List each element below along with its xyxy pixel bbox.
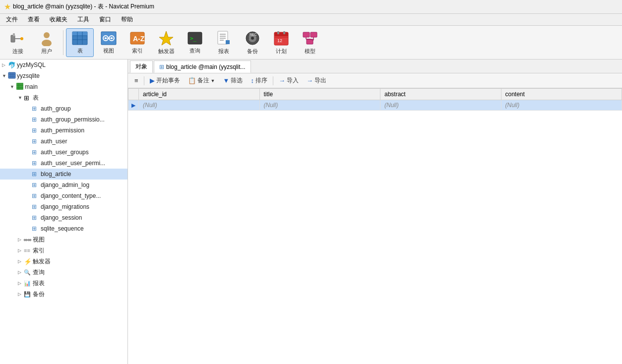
sidebar-item-django-migrations[interactable]: ⊞ django_migrations [0, 201, 127, 212]
auth-user-label: auth_user [41, 138, 67, 145]
tables-label: 表 [33, 94, 39, 102]
menu-tools[interactable]: 工具 [73, 14, 93, 25]
col-article-id[interactable]: article_id [139, 89, 260, 100]
toolbar-user-btn[interactable]: 用户 [33, 28, 61, 57]
indexes-label: 索引 [33, 246, 45, 255]
toolbar-report-btn[interactable]: 报表 [210, 28, 238, 57]
svg-marker-20 [159, 31, 173, 45]
sidebar-item-auth-user-groups[interactable]: ⊞ auth_user_groups [0, 147, 127, 158]
import-icon: → [279, 77, 285, 84]
sidebar-item-auth-user-perm[interactable]: ⊞ auth_user_user_permi... [0, 158, 127, 169]
tab-objects[interactable]: 对象 [130, 61, 153, 73]
sidebar-item-sqlite-sequence[interactable]: ⊞ sqlite_sequence [0, 223, 127, 234]
sidebar-item-triggers-folder[interactable]: ▷ ⚡ 触发器 [0, 256, 127, 267]
tab-data[interactable]: ⊞ blog_article @main (yyzsqlit... [154, 61, 251, 73]
table-icon-10: ⊞ [32, 203, 41, 210]
toolbar-schedule-btn[interactable]: 12 计划 [267, 28, 295, 57]
view-icon [101, 31, 117, 46]
triggers-arrow-icon: ▷ [18, 259, 24, 264]
menu-help[interactable]: 帮助 [117, 14, 137, 25]
model-icon [302, 30, 318, 46]
toolbar-model-btn[interactable]: 模型 [296, 28, 324, 57]
cell-content[interactable]: (Null) [501, 100, 622, 111]
main-arrow-icon: ▼ [10, 84, 16, 89]
sidebar-item-auth-group-perm[interactable]: ⊞ auth_group_permissio... [0, 114, 127, 125]
toolbar-index-btn[interactable]: A-Z 索引 [124, 28, 151, 57]
col-abstract[interactable]: abstract [380, 89, 501, 100]
cell-article-id[interactable]: (Null) [139, 100, 260, 111]
sidebar-item-blog-article[interactable]: ⊞ blog_article [0, 169, 127, 180]
filter-btn[interactable]: ▼ 筛选 [220, 75, 247, 86]
schedule-icon: 12 [273, 30, 289, 46]
toolbar-index-label: 索引 [132, 47, 143, 55]
sidebar-item-yyzsqlite[interactable]: ▼ yyzsqlite [0, 70, 127, 81]
menu-favorites[interactable]: 收藏夹 [46, 14, 71, 25]
sort-label: 排序 [255, 76, 267, 85]
tables-folder-icon: ⊞ [24, 94, 33, 102]
col-content[interactable]: content [501, 89, 622, 100]
django-admin-log-label: django_admin_log [41, 182, 89, 188]
menu-window[interactable]: 窗口 [95, 14, 115, 25]
table-icon-6: ⊞ [32, 160, 41, 167]
sidebar-item-django-admin-log[interactable]: ⊞ django_admin_log [0, 180, 127, 190]
toolbar-query-label: 查询 [189, 47, 200, 55]
toolbar-backup-label: 备份 [247, 48, 258, 55]
import-label: 导入 [287, 76, 299, 85]
backup-note-btn[interactable]: 📋 备注 ▼ [185, 75, 219, 86]
toolbar-view-btn[interactable]: 视图 [95, 28, 123, 57]
menu-file[interactable]: 文件 [2, 14, 22, 25]
table-icon [72, 31, 88, 46]
sort-btn[interactable]: ↕ 排序 [247, 75, 271, 86]
sidebar-item-tables-folder[interactable]: ▼ ⊞ 表 [0, 92, 127, 103]
table-row[interactable]: ▶ (Null) (Null) (Null) (Null) [128, 100, 622, 111]
export-btn[interactable]: → 导出 [303, 75, 330, 86]
indexes-icon: ≡≡ [24, 247, 33, 253]
sidebar-item-auth-permission[interactable]: ⊞ auth_permission [0, 125, 127, 136]
sidebar-item-queries-folder[interactable]: ▷ 🔍 查询 [0, 267, 127, 278]
triggers-icon: ⚡ [24, 258, 33, 265]
toolbar-table-btn[interactable]: 表 [66, 28, 94, 57]
row-header-col [128, 89, 139, 100]
toolbar-connect-label: 连接 [12, 48, 23, 55]
svg-rect-35 [274, 32, 288, 36]
queries-label: 查询 [33, 268, 45, 277]
col-title[interactable]: title [259, 89, 380, 100]
django-session-label: django_session [41, 214, 82, 221]
auth-user-perm-label: auth_user_user_permi... [41, 160, 105, 167]
sidebar-item-backups-folder[interactable]: ▷ 💾 备份 [0, 289, 127, 300]
blog-article-label: blog_article [41, 171, 71, 178]
index-icon: A-Z [129, 31, 145, 46]
cell-title[interactable]: (Null) [259, 100, 380, 111]
main-area: ▷ 🐬 yyzMySQL ▼ yyzsqlite ▼ [0, 60, 622, 364]
table-icon-7: ⊞ [32, 171, 41, 178]
trigger-icon [158, 30, 174, 46]
menu-toggle-btn[interactable]: ≡ [131, 75, 142, 86]
reports-arrow-icon: ▷ [18, 281, 24, 286]
play-icon: ▶ [150, 77, 155, 84]
sidebar-item-yyzmysql[interactable]: ▷ 🐬 yyzMySQL [0, 60, 127, 70]
svg-rect-0 [11, 35, 15, 42]
table-icon-9: ⊞ [32, 192, 41, 199]
sidebar-item-main[interactable]: ▼ main [0, 81, 127, 92]
toolbar-query-btn[interactable]: >_ 查询 [181, 28, 209, 57]
right-panel: 对象 ⊞ blog_article @main (yyzsqlit... ≡ ▶… [128, 60, 622, 364]
import-btn[interactable]: → 导入 [275, 75, 302, 86]
toolbar-trigger-btn[interactable]: 触发器 [152, 28, 180, 57]
sidebar-item-django-content-type[interactable]: ⊞ django_content_type... [0, 190, 127, 201]
sidebar-item-reports-folder[interactable]: ▷ 📊 报表 [0, 278, 127, 289]
sidebar-item-indexes-folder[interactable]: ▷ ≡≡ 索引 [0, 245, 127, 256]
begin-tx-btn[interactable]: ▶ 开始事务 [146, 75, 184, 86]
sidebar-item-auth-user[interactable]: ⊞ auth_user [0, 136, 127, 147]
app-icon: ★ [4, 2, 11, 11]
cell-abstract[interactable]: (Null) [380, 100, 501, 111]
schema-icon [16, 82, 25, 92]
sidebar-item-views-folder[interactable]: ▷ ∞∞ 视图 [0, 234, 127, 245]
sidebar-item-django-session[interactable]: ⊞ django_session [0, 212, 127, 223]
sidebar-item-auth-group[interactable]: ⊞ auth_group [0, 103, 127, 114]
filter-icon: ▼ [223, 77, 230, 84]
toolbar-backup-btn[interactable]: REC 备份 [239, 28, 266, 57]
window-title: blog_article @main (yyzsqlite) - 表 - Nav… [13, 2, 154, 11]
toolbar-connect-btn[interactable]: 连接 [4, 28, 32, 57]
menu-view[interactable]: 查看 [24, 14, 44, 25]
backups-arrow-icon: ▷ [18, 292, 24, 297]
